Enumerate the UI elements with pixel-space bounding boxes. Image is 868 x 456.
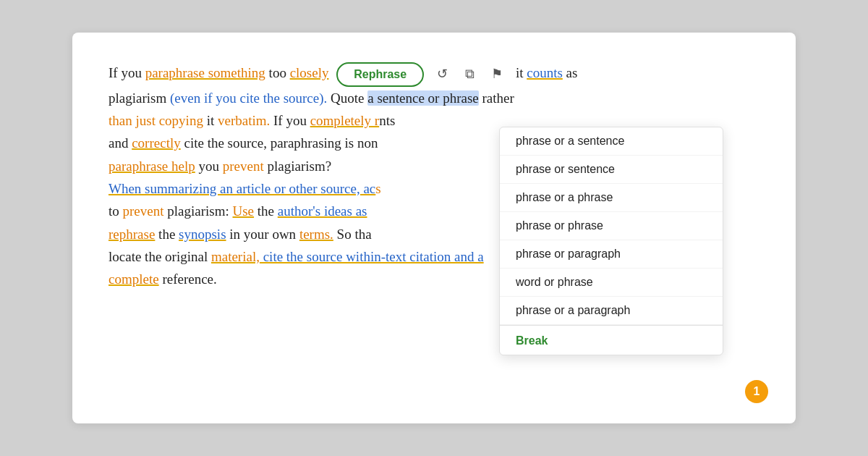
text-plain: it (516, 65, 527, 80)
text-plain: If you (109, 65, 145, 80)
text-s: s (375, 181, 380, 196)
flag-icon[interactable]: ⚑ (486, 64, 508, 85)
text-plain: rather (479, 90, 514, 106)
text-plain: If you (270, 113, 310, 128)
main-card: If you paraphrase something too closely … (72, 33, 796, 423)
text-use: Use (233, 203, 255, 219)
dropdown-item-7[interactable]: phrase or a paragraph (500, 297, 723, 325)
text-paraphrase-help: paraphrase help (109, 159, 195, 174)
text-plain: plagiarism (109, 90, 170, 106)
text-plain: locate the original (109, 249, 211, 264)
text-line3: than just copying it verbatim. If you co… (109, 113, 395, 128)
text-plain: as (563, 65, 578, 80)
text-nts: nts (379, 113, 395, 128)
text-completely: completely r (310, 113, 380, 128)
dropdown-item-4[interactable]: phrase or phrase (500, 212, 723, 240)
text-line1: If you paraphrase something too closely … (109, 65, 577, 80)
text-line2: plagiarism (even if you cite the source)… (109, 90, 514, 106)
text-plain: So tha (333, 227, 372, 242)
text-plain: the (155, 227, 179, 242)
notification-badge: 1 (745, 380, 768, 403)
text-plain: to (109, 203, 123, 219)
text-plain: you (195, 159, 223, 174)
text-material: material, (211, 249, 260, 264)
text-line4: and correctly cite the source, paraphras… (109, 135, 378, 151)
dropdown-item-3[interactable]: phrase or a phrase (500, 184, 723, 212)
text-prevent: prevent (223, 159, 264, 174)
text-line8: rephrase the synopsis in your own terms.… (109, 227, 372, 242)
text-line10: complete reference. (109, 271, 217, 287)
text-orange: than just copying (109, 113, 207, 128)
dropdown-item-6[interactable]: word or phrase (500, 269, 723, 297)
text-selected: a sentence or phrase (367, 90, 479, 106)
text-paraphrase: paraphrase something (145, 65, 265, 80)
text-plain: the (254, 203, 278, 219)
text-citation: in-text citation and a (370, 249, 484, 264)
rephrase-button[interactable]: Rephrase (336, 62, 424, 87)
text-plain: n (371, 135, 378, 151)
text-complete: complete (109, 271, 159, 287)
dropdown-item-5[interactable]: phrase or paragraph (500, 240, 723, 269)
text-cite: (even if you cite the source). (170, 90, 327, 106)
text-prevent2: prevent (123, 203, 164, 219)
text-plain: Quote (327, 90, 367, 106)
text-cite-source: cite the source with (260, 249, 370, 264)
text-line5: paraphrase help you prevent plagiarism? (109, 159, 331, 174)
text-synopsis: synopsis (179, 227, 226, 242)
text-correctly: correctly (132, 135, 181, 151)
text-terms: terms. (299, 227, 333, 242)
text-it: it (207, 113, 215, 128)
text-counts: counts (527, 65, 563, 80)
text-line7: to prevent plagiarism: Use the author's … (109, 203, 367, 219)
dropdown-break[interactable]: Break (500, 325, 723, 355)
dropdown-item-1[interactable]: phrase or a sentence (500, 127, 723, 156)
text-plain: plagiarism: (164, 203, 233, 219)
text-line6: When summarizing an article or other sou… (109, 181, 381, 196)
text-authors: author's ideas as (278, 203, 367, 219)
text-plain: plagiarism? (264, 159, 331, 174)
text-summarizing: When summarizing an article or other sou… (109, 181, 375, 196)
text-closely: closely (290, 65, 329, 80)
text-plain: in your own (226, 227, 299, 242)
text-line9: locate the original material, cite the s… (109, 249, 484, 264)
copy-icon[interactable]: ⧉ (459, 64, 480, 85)
text-plain: and (109, 135, 132, 151)
text-plain: too (265, 65, 290, 80)
text-rephrase2: rephrase (109, 227, 155, 242)
text-plain: reference. (159, 271, 217, 287)
text-plain: cite the source, paraphrasing is no (181, 135, 371, 151)
dropdown-item-2[interactable]: phrase or sentence (500, 156, 723, 184)
undo-icon[interactable]: ↺ (431, 64, 453, 85)
text-verbatim: verbatim. (214, 113, 270, 128)
suggestions-dropdown: phrase or a sentence phrase or sentence … (499, 127, 723, 355)
